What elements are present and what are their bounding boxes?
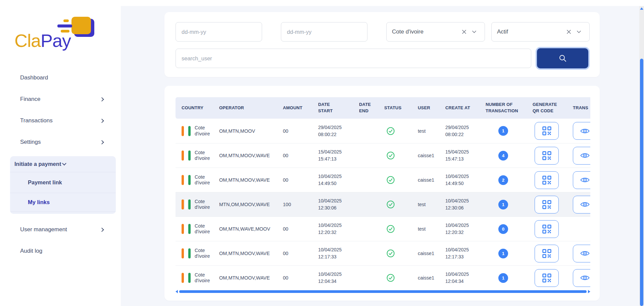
date-start-value: 10/04/202512:04:34 [318, 271, 342, 285]
sidebar-item-dashboard[interactable]: Dashboard [0, 67, 121, 88]
transaction-count-badge[interactable]: 1 [498, 200, 508, 209]
generate-qr-button[interactable] [535, 171, 559, 189]
logo-speed-dash-icon [57, 24, 72, 27]
country-select[interactable]: Cote d'ivoire [386, 22, 485, 42]
status-cell [384, 273, 418, 282]
column-header-operator: OPERATOR [219, 97, 283, 119]
country-name: Cote d'ivoire [195, 223, 215, 235]
initiate-payment-section: Initiate a payment Payment link My links [10, 156, 116, 214]
sidebar-nav: Dashboard Finance Transactions Settings … [0, 67, 121, 262]
date-start-input[interactable] [176, 22, 262, 42]
amount-cell: 00 [283, 226, 318, 232]
scroll-left-arrow-icon[interactable] [176, 290, 178, 293]
clear-icon[interactable] [564, 27, 574, 37]
vertical-scrollbar-thumb[interactable] [640, 59, 643, 306]
search-button[interactable] [537, 48, 588, 68]
country-name: Cote d'ivoire [195, 125, 215, 137]
operator-cell: OM,MTN,MOOV,WAVE [219, 275, 283, 281]
chevron-down-icon[interactable] [574, 27, 584, 37]
qr-code-icon [542, 151, 551, 160]
create-at-value: 10/04/202512:17:33 [445, 246, 469, 260]
view-transactions-button[interactable] [573, 122, 590, 140]
amount-cell: 00 [283, 275, 318, 281]
sidebar-item-finance[interactable]: Finance [0, 88, 121, 110]
view-transactions-button[interactable] [573, 171, 590, 189]
country-name: Cote d'ivoire [195, 199, 215, 210]
chevron-down-icon[interactable] [469, 27, 479, 37]
date-end-input[interactable] [281, 22, 367, 42]
status-success-check-icon [386, 151, 395, 160]
date-start-value: 10/04/202514:49:50 [318, 173, 342, 187]
status-cell [384, 200, 418, 209]
clapay-logo: ClaPay [14, 17, 102, 60]
transaction-count-badge[interactable]: 1 [498, 126, 508, 136]
transaction-count-badge[interactable]: 2 [498, 175, 508, 185]
view-transactions-button[interactable] [573, 147, 590, 165]
generate-qr-button[interactable] [535, 122, 559, 140]
status-cell [384, 127, 418, 135]
country-cell: Cote d'ivoire [176, 150, 219, 162]
scroll-right-arrow-icon[interactable] [588, 290, 590, 293]
search-user-input[interactable] [176, 49, 531, 68]
transaction-count-cell: 1 [486, 200, 533, 209]
sidebar-item-my-links[interactable]: My links [10, 193, 116, 212]
amount-cell: 100 [283, 202, 318, 207]
sidebar-item-label: Dashboard [20, 74, 48, 81]
eye-icon [580, 152, 590, 159]
create-at-cell: 10/04/202512:30:06 [445, 197, 486, 211]
view-transactions-button[interactable] [573, 269, 590, 287]
sidebar-item-label: Audit log [20, 248, 42, 254]
user-cell: test [418, 226, 445, 232]
generate-qr-button[interactable] [535, 245, 559, 262]
clear-icon[interactable] [459, 27, 469, 37]
transactions-cell [573, 269, 590, 287]
sidebar-item-transactions[interactable]: Transactions [0, 110, 121, 131]
eye-icon [580, 250, 590, 257]
status-select-value: Actif [497, 28, 564, 35]
sidebar-item-label: Transactions [20, 117, 53, 124]
date-start-value: 15/04/202515:47:13 [318, 148, 342, 163]
sidebar-item-settings[interactable]: Settings [0, 131, 121, 153]
create-at-value: 10/04/202514:49:50 [445, 173, 469, 187]
sidebar-item-initiate-a-payment[interactable]: Initiate a payment [10, 156, 116, 172]
chevron-right-icon [100, 140, 104, 144]
generate-qr-button[interactable] [535, 147, 559, 165]
create-at-value: 10/04/202512:20:32 [445, 222, 469, 236]
payment-links-table-card: COUNTRYOPERATORAMOUNTDATESTARTDATEENDSTA… [164, 86, 600, 301]
status-success-check-icon [386, 176, 395, 184]
status-cell [384, 249, 418, 258]
user-cell: test [418, 202, 445, 207]
generate-qr-button[interactable] [535, 220, 559, 238]
sidebar-item-user-management[interactable]: User management [0, 219, 121, 240]
transaction-count-badge[interactable]: 1 [498, 273, 508, 283]
chevron-down-icon [62, 161, 66, 166]
view-transactions-button[interactable] [573, 196, 590, 213]
sidebar-item-audit-log[interactable]: Audit log [0, 240, 121, 262]
table-row: Cote d'ivoireOM,MTN,MOOV,WAVE0010/04/202… [176, 168, 590, 192]
status-select[interactable]: Actif [491, 22, 590, 42]
horizontal-scrollbar-thumb[interactable] [179, 290, 587, 293]
scroll-up-arrow-icon[interactable] [640, 7, 643, 10]
transaction-count-badge[interactable]: 0 [498, 224, 508, 234]
column-header-country: COUNTRY [176, 97, 219, 119]
operator-cell: OM,MTN,MOOV [219, 128, 283, 134]
eye-icon [580, 176, 590, 184]
transaction-count-badge[interactable]: 4 [498, 151, 508, 161]
search-icon [558, 54, 567, 63]
transaction-count-badge[interactable]: 1 [498, 249, 508, 258]
column-header-status: STATUS [384, 97, 418, 119]
logo-speed-dash-icon [63, 19, 69, 22]
sidebar-item-payment-link[interactable]: Payment link [10, 172, 116, 193]
generate-qr-button[interactable] [535, 196, 559, 213]
table-viewport: COUNTRYOPERATORAMOUNTDATESTARTDATEENDSTA… [176, 97, 590, 290]
generate-qr-cell [533, 245, 573, 262]
transactions-cell [573, 196, 590, 213]
cote-divoire-flag-icon [182, 248, 191, 258]
page: ClaPay Dashboard Finance Transactions Se… [0, 0, 644, 306]
date-start-cell: 10/04/202512:30:06 [318, 197, 359, 211]
operator-cell: OM,MTN,MOOV,WAVE [219, 153, 283, 158]
view-transactions-button[interactable] [573, 245, 590, 262]
generate-qr-button[interactable] [535, 269, 559, 287]
sidebar-item-label: Payment link [28, 179, 62, 186]
sidebar-item-label: Initiate a payment [14, 161, 61, 167]
